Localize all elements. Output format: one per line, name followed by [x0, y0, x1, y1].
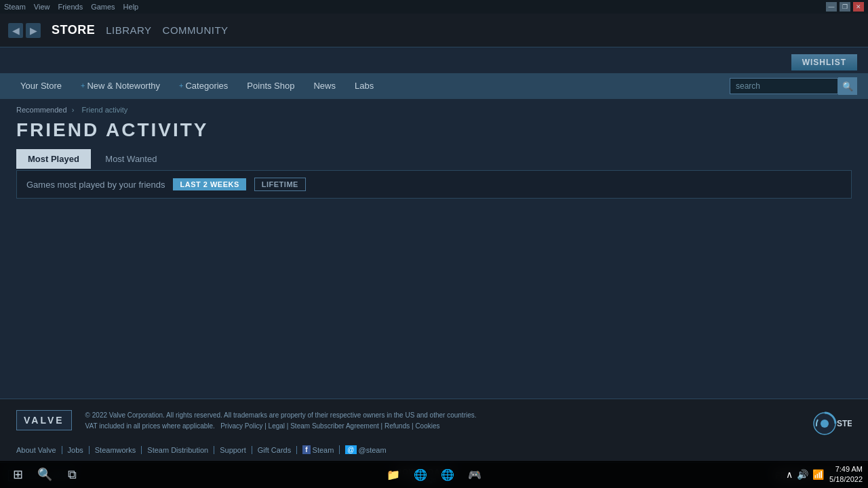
taskbar-files[interactable]: 📁: [381, 462, 406, 487]
close-button[interactable]: ✕: [853, 2, 864, 12]
footer-legal-text2: VAT included in all prices where applica…: [85, 421, 797, 432]
plus-icon-2: +: [179, 81, 183, 89]
store-header: WISHLIST Your Store + New & Noteworthy +…: [0, 47, 868, 99]
windows-taskbar: ⊞ 🔍 ⧉ 📁 🌐 🌐 🎮 ∧ 🔊 📶 7:49 AM 5/18/2022: [0, 461, 868, 488]
breadcrumb-parent[interactable]: Recommended: [16, 106, 67, 114]
footer-about-valve[interactable]: About Valve: [16, 446, 62, 454]
svg-point-1: [821, 420, 829, 428]
plus-icon: +: [81, 81, 85, 89]
steam-logo-icon: STEAM: [811, 410, 852, 437]
footer: VALVE © 2022 Valve Corporation. All righ…: [0, 399, 868, 462]
nav-your-store[interactable]: Your Store: [11, 73, 71, 99]
footer-steam-distribution[interactable]: Steam Distribution: [142, 446, 214, 454]
nav-news[interactable]: News: [304, 73, 345, 99]
taskbar-edge[interactable]: 🌐: [435, 462, 460, 487]
nav-library[interactable]: LIBRARY: [106, 24, 151, 36]
breadcrumb: Recommended › Friend activity: [0, 99, 868, 117]
breadcrumb-separator: ›: [72, 106, 75, 114]
last-2-weeks-button[interactable]: LAST 2 WEEKS: [173, 178, 245, 190]
chevron-up-icon[interactable]: ∧: [786, 469, 793, 480]
menu-help[interactable]: Help: [123, 3, 139, 11]
nav-arrows[interactable]: ◀ ▶: [8, 23, 41, 38]
content-area: Games most played by your friends LAST 2…: [16, 170, 852, 199]
tab-most-wanted[interactable]: Most Wanted: [94, 149, 168, 169]
menu-steam[interactable]: Steam: [4, 3, 26, 11]
twitter-icon: @: [345, 445, 356, 454]
menu-friends[interactable]: Friends: [58, 3, 83, 11]
taskbar-left[interactable]: ⊞ 🔍 ⧉: [5, 462, 84, 487]
forward-button[interactable]: ▶: [26, 23, 41, 38]
tab-most-played[interactable]: Most Played: [16, 149, 91, 169]
main-content: Recommended › Friend activity FRIEND ACT…: [0, 99, 868, 199]
search-taskbar-button[interactable]: 🔍: [33, 462, 57, 487]
search-button[interactable]: 🔍: [838, 77, 857, 95]
footer-refunds[interactable]: Refunds: [384, 422, 410, 430]
system-icons[interactable]: ∧ 🔊 📶: [786, 469, 824, 480]
footer-privacy[interactable]: Privacy Policy: [220, 422, 262, 430]
wishlist-bar: WISHLIST: [0, 52, 868, 73]
content-description: Games most played by your friends: [26, 180, 165, 190]
window-controls[interactable]: — ❐ ✕: [826, 2, 864, 12]
nav-community[interactable]: COMMUNITY: [163, 24, 229, 36]
footer-steam-social[interactable]: f Steam: [297, 445, 340, 454]
footer-top: VALVE © 2022 Valve Corporation. All righ…: [16, 410, 852, 437]
nav-labs[interactable]: Labs: [345, 73, 383, 99]
search-area: 🔍: [730, 77, 857, 95]
steam-logo-footer: STEAM: [811, 410, 852, 437]
clock[interactable]: 7:49 AM 5/18/2022: [829, 464, 863, 485]
tabs-container: Most Played Most Wanted: [0, 149, 868, 169]
taskbar-right: ∧ 🔊 📶 7:49 AM 5/18/2022: [786, 464, 863, 485]
volume-icon[interactable]: 🔊: [797, 469, 808, 480]
facebook-icon: f: [302, 445, 310, 454]
svg-text:STEAM: STEAM: [837, 419, 852, 428]
taskbar-steam[interactable]: 🎮: [462, 462, 487, 487]
footer-legal-link[interactable]: Legal: [269, 422, 285, 430]
taskbar-center[interactable]: 📁 🌐 🌐 🎮: [381, 462, 487, 487]
store-nav: Your Store + New & Noteworthy + Categori…: [0, 73, 868, 99]
footer-ssa[interactable]: Steam Subscriber Agreement: [290, 422, 379, 430]
menu-view[interactable]: View: [34, 3, 50, 11]
task-view-button[interactable]: ⧉: [60, 462, 84, 487]
clock-date: 5/18/2022: [829, 474, 863, 485]
title-bar: Steam View Friends Games Help — ❐ ✕: [0, 0, 868, 14]
footer-gift-cards[interactable]: Gift Cards: [252, 446, 298, 454]
nav-points-shop[interactable]: Points Shop: [237, 73, 304, 99]
footer-jobs[interactable]: Jobs: [62, 446, 90, 454]
titlebar-menu[interactable]: Steam View Friends Games Help: [4, 3, 138, 11]
search-input[interactable]: [730, 78, 838, 94]
nav-store[interactable]: STORE: [52, 23, 95, 37]
footer-legal: © 2022 Valve Corporation. All rights res…: [85, 410, 797, 432]
breadcrumb-current: Friend activity: [81, 106, 127, 114]
lifetime-button[interactable]: LIFETIME: [254, 178, 306, 191]
footer-support[interactable]: Support: [214, 446, 252, 454]
footer-steamworks[interactable]: Steamworks: [90, 446, 142, 454]
navigation-bar: ◀ ▶ STORE LIBRARY COMMUNITY: [0, 14, 868, 47]
page-title: FRIEND ACTIVITY: [0, 117, 868, 149]
valve-logo: VALVE: [16, 410, 72, 430]
wishlist-button[interactable]: WISHLIST: [791, 54, 857, 70]
menu-games[interactable]: Games: [91, 3, 115, 11]
nav-categories[interactable]: + Categories: [170, 73, 237, 99]
taskbar-chrome[interactable]: 🌐: [408, 462, 433, 487]
start-button[interactable]: ⊞: [5, 462, 30, 487]
back-button[interactable]: ◀: [8, 23, 23, 38]
network-icon[interactable]: 📶: [812, 469, 824, 480]
footer-atsteam-social[interactable]: @ @steam: [340, 445, 391, 454]
restore-button[interactable]: ❐: [840, 2, 850, 12]
footer-cookies[interactable]: Cookies: [415, 422, 439, 430]
clock-time: 7:49 AM: [829, 464, 863, 474]
nav-new-noteworthy[interactable]: + New & Noteworthy: [71, 73, 170, 99]
minimize-button[interactable]: —: [826, 2, 837, 12]
footer-links: About Valve Jobs Steamworks Steam Distri…: [16, 445, 852, 454]
footer-legal-text: © 2022 Valve Corporation. All rights res…: [85, 410, 797, 421]
content-row: Games most played by your friends LAST 2…: [17, 171, 851, 198]
